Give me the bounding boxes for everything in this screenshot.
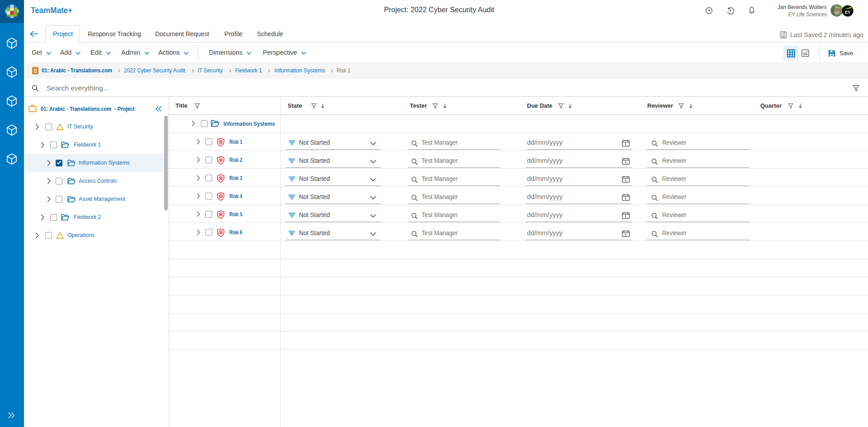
svg-text:EY: EY [845,10,850,14]
